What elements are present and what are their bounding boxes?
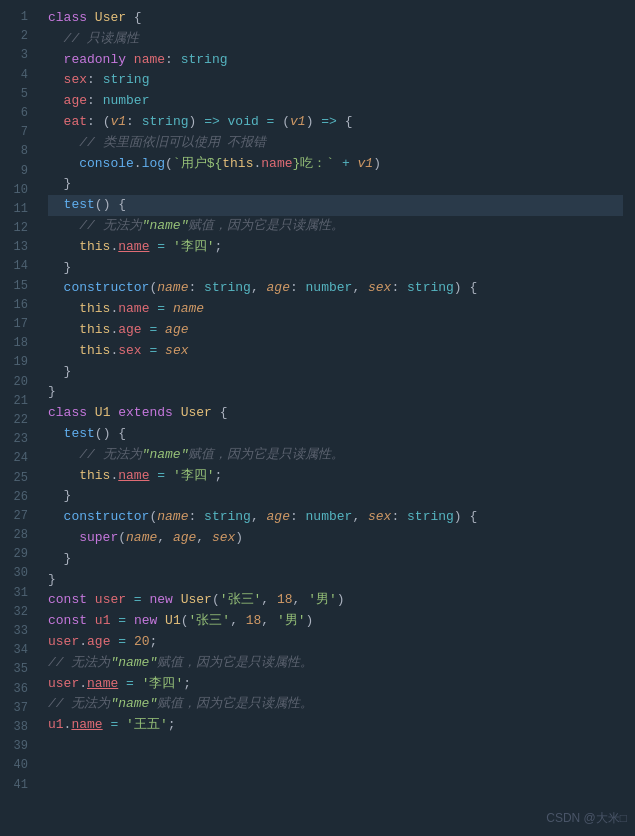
code-editor: 1 2 3 4 5 6 7 8 9 10 11 12 13 14 15 16 1… — [0, 0, 635, 803]
code-line-10: } — [48, 174, 623, 195]
code-line-5: age: number — [48, 91, 623, 112]
code-line-40: // 无法为"name"赋值，因为它是只读属性。 — [48, 694, 623, 715]
code-line-31: } — [48, 549, 623, 570]
code-line-27: this.name = '李四'; — [48, 466, 623, 487]
code-line-19: this.age = age — [48, 320, 623, 341]
code-line-20: this.sex = sex — [48, 341, 623, 362]
code-line-22: } — [48, 382, 623, 403]
code-line-21: } — [48, 362, 623, 383]
code-line-14: this.name = '李四'; — [48, 237, 623, 258]
code-line-8: // 类里面依旧可以使用 不报错 — [48, 133, 623, 154]
code-line-18: this.name = name — [48, 299, 623, 320]
code-content: class User { // 只读属性 readonly name: stri… — [36, 8, 635, 795]
code-line-34: const user = new User('张三', 18, '男') — [48, 590, 623, 611]
code-line-32: } — [48, 570, 623, 591]
code-line-7: eat: (v1: string) => void = (v1) => { — [48, 112, 623, 133]
code-line-37: user.age = 20; — [48, 632, 623, 653]
code-line-35: const u1 = new U1('张三', 18, '男') — [48, 611, 623, 632]
code-line-1: class User { — [48, 8, 623, 29]
code-line-41: u1.name = '王五'; — [48, 715, 623, 736]
code-line-12: test() { — [48, 195, 623, 216]
watermark: CSDN @大米□ — [546, 809, 627, 828]
code-line-15: } — [48, 258, 623, 279]
code-line-39: user.name = '李四'; — [48, 674, 623, 695]
code-line-9: console.log(`用户${this.name}吃：` + v1) — [48, 154, 623, 175]
code-line-13: // 无法为"name"赋值，因为它是只读属性。 — [48, 216, 623, 237]
code-line-2: // 只读属性 — [48, 29, 623, 50]
code-line-28: } — [48, 486, 623, 507]
code-line-17: constructor(name: string, age: number, s… — [48, 278, 623, 299]
code-line-24: class U1 extends User { — [48, 403, 623, 424]
code-line-38: // 无法为"name"赋值，因为它是只读属性。 — [48, 653, 623, 674]
code-line-29: constructor(name: string, age: number, s… — [48, 507, 623, 528]
line-numbers: 1 2 3 4 5 6 7 8 9 10 11 12 13 14 15 16 1… — [0, 8, 36, 795]
code-line-30: super(name, age, sex) — [48, 528, 623, 549]
code-line-3: readonly name: string — [48, 50, 623, 71]
code-line-26: // 无法为"name"赋值，因为它是只读属性。 — [48, 445, 623, 466]
code-line-25: test() { — [48, 424, 623, 445]
code-line-4: sex: string — [48, 70, 623, 91]
